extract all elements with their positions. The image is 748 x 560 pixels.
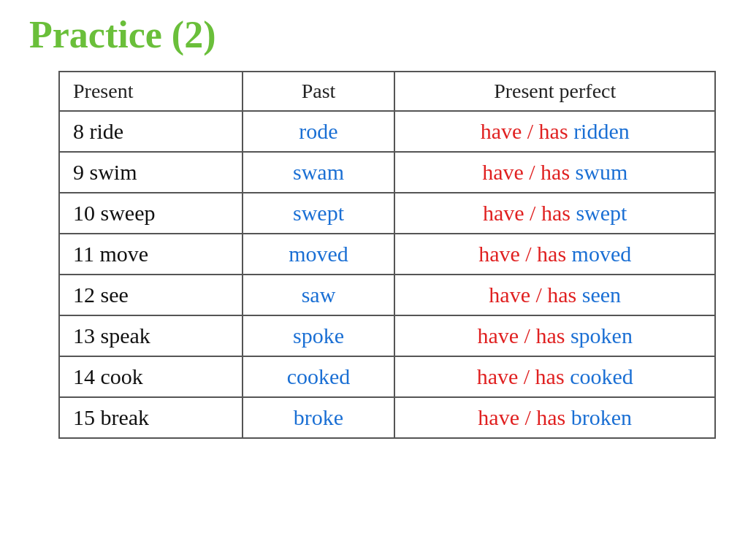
perfect-cell: have / has ridden — [394, 111, 715, 152]
past-cell: swept — [243, 193, 395, 234]
present-cell: 13 speak — [59, 315, 243, 356]
table-wrapper: Present Past Present perfect 8 riderodeh… — [0, 64, 748, 446]
perfect-cell: have / has swum — [394, 152, 715, 193]
perfect-cell: have / has moved — [394, 234, 715, 275]
table-row: 12 seesawhave / has seen — [59, 275, 715, 315]
past-cell: cooked — [243, 356, 395, 397]
table-row: 15 breakbrokehave / has broken — [59, 397, 715, 438]
perfect-cell: have / has cooked — [394, 356, 715, 397]
present-cell: 12 see — [59, 275, 243, 315]
header-perfect: Present perfect — [394, 72, 715, 111]
present-cell: 15 break — [59, 397, 243, 438]
header-past: Past — [243, 72, 395, 111]
past-cell: rode — [243, 111, 395, 152]
past-cell: moved — [243, 234, 395, 275]
past-cell: broke — [243, 397, 395, 438]
present-cell: 10 sweep — [59, 193, 243, 234]
page-title: Practice (2) — [0, 0, 748, 64]
table-row: 8 riderodehave / has ridden — [59, 111, 715, 152]
present-cell: 14 cook — [59, 356, 243, 397]
perfect-cell: have / has seen — [394, 275, 715, 315]
perfect-cell: have / has spoken — [394, 315, 715, 356]
header-present: Present — [59, 72, 243, 111]
present-cell: 11 move — [59, 234, 243, 275]
perfect-cell: have / has broken — [394, 397, 715, 438]
past-cell: spoke — [243, 315, 395, 356]
table-row: 10 sweepswepthave / has swept — [59, 193, 715, 234]
table-row: 11 movemovedhave / has moved — [59, 234, 715, 275]
past-cell: saw — [243, 275, 395, 315]
table-row: 14 cookcookedhave / has cooked — [59, 356, 715, 397]
present-cell: 8 ride — [59, 111, 243, 152]
table-row: 9 swimswamhave / has swum — [59, 152, 715, 193]
perfect-cell: have / has swept — [394, 193, 715, 234]
grammar-table: Present Past Present perfect 8 riderodeh… — [58, 71, 716, 439]
table-row: 13 speakspokehave / has spoken — [59, 315, 715, 356]
present-cell: 9 swim — [59, 152, 243, 193]
past-cell: swam — [243, 152, 395, 193]
